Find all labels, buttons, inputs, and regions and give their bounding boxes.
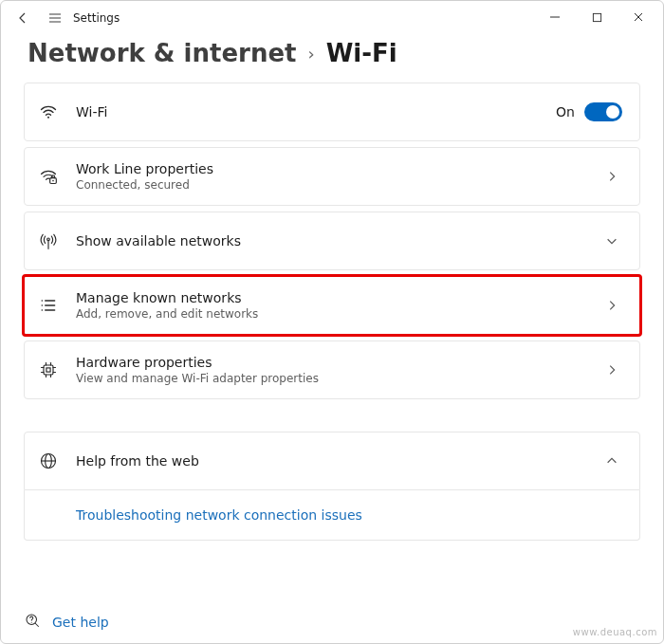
chip-icon: [38, 359, 59, 380]
item-subtitle: Add, remove, and edit networks: [76, 307, 605, 321]
wifi-toggle-card[interactable]: Wi-Fi On: [24, 83, 640, 141]
wifi-state-label: On: [556, 104, 575, 120]
svg-rect-18: [44, 365, 53, 375]
list-icon: [38, 295, 59, 316]
item-title: Manage known networks: [76, 290, 605, 305]
get-help-link[interactable]: Get help: [52, 615, 109, 630]
breadcrumb-current: Wi-Fi: [326, 39, 397, 67]
item-title: Show available networks: [76, 233, 605, 248]
help-icon: [24, 612, 41, 632]
wifi-secure-icon: [38, 166, 59, 187]
menu-button[interactable]: [39, 2, 71, 34]
globe-icon: [38, 451, 59, 471]
maximize-button[interactable]: [576, 2, 618, 32]
svg-point-14: [42, 304, 44, 306]
footer: Get help: [24, 612, 109, 632]
show-networks-item[interactable]: Show available networks: [24, 212, 640, 270]
chevron-right-icon: [605, 170, 622, 183]
svg-point-32: [31, 622, 32, 623]
antenna-icon: [38, 230, 59, 251]
help-body: Troubleshooting network connection issue…: [24, 490, 640, 541]
chevron-up-icon: [605, 454, 622, 468]
item-subtitle: View and manage Wi-Fi adapter properties: [76, 372, 605, 385]
minimize-button[interactable]: [534, 2, 576, 32]
breadcrumb-parent[interactable]: Network & internet: [28, 39, 296, 67]
chevron-down-icon: [605, 234, 622, 248]
svg-point-9: [52, 180, 54, 182]
close-button[interactable]: [618, 2, 659, 32]
window-title: Settings: [73, 11, 120, 25]
wifi-title: Wi-Fi: [76, 104, 556, 120]
manage-known-networks-item[interactable]: Manage known networks Add, remove, and e…: [24, 276, 640, 335]
svg-rect-19: [46, 368, 50, 372]
titlebar: Settings: [1, 1, 663, 35]
help-header-title: Help from the web: [76, 453, 605, 469]
svg-point-12: [42, 300, 44, 302]
svg-point-10: [47, 238, 50, 241]
item-title: Work Line properties: [76, 161, 605, 176]
svg-line-33: [35, 623, 39, 627]
item-subtitle: Connected, secured: [76, 178, 605, 192]
chevron-right-icon: [605, 363, 622, 377]
breadcrumb: Network & internet › Wi-Fi: [1, 35, 663, 83]
help-link[interactable]: Troubleshooting network connection issue…: [76, 507, 362, 523]
svg-rect-4: [593, 13, 600, 21]
wifi-toggle-switch[interactable]: [584, 102, 622, 121]
item-title: Hardware properties: [76, 355, 605, 370]
svg-point-7: [47, 117, 49, 119]
svg-point-16: [42, 309, 44, 311]
chevron-right-icon: [605, 299, 622, 312]
back-button[interactable]: [7, 2, 39, 34]
help-from-web-header[interactable]: Help from the web: [24, 432, 640, 490]
breadcrumb-separator: ›: [307, 44, 314, 64]
wifi-icon: [38, 101, 59, 122]
network-properties-item[interactable]: Work Line properties Connected, secured: [24, 147, 640, 206]
hardware-properties-item[interactable]: Hardware properties View and manage Wi-F…: [24, 340, 640, 399]
window-controls: [534, 4, 659, 32]
watermark: www.deuaq.com: [573, 627, 657, 637]
